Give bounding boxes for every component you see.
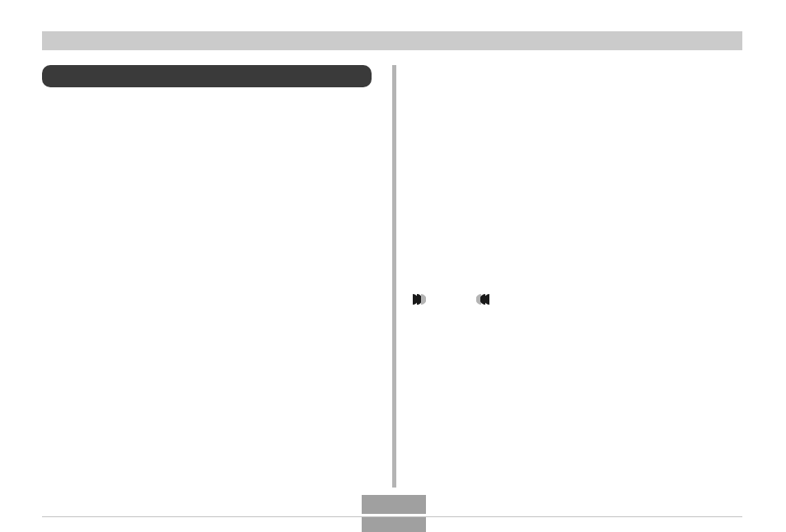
left-panel-header [42,65,372,87]
footer-block-bottom[interactable] [362,517,426,532]
content-area [42,65,742,488]
left-panel [42,65,372,488]
panel-divider[interactable] [392,65,396,488]
media-controls [413,292,495,305]
back-icon[interactable] [484,294,489,305]
right-panel [413,65,742,488]
footer-block-top[interactable] [362,495,426,514]
top-bar [42,31,742,50]
forward-icon-trail [421,294,426,305]
